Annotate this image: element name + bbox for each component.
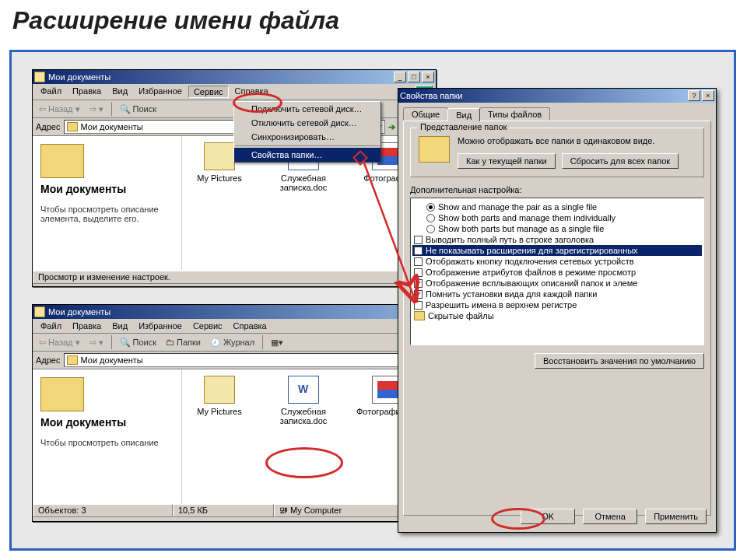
titlebar[interactable]: Мои документы _ □ ×	[33, 70, 436, 84]
menu-item-sync[interactable]: Синхронизировать…	[234, 130, 381, 144]
file-item[interactable]: Служебная записка.doc	[272, 376, 335, 425]
tab-general[interactable]: Общие	[403, 107, 448, 121]
folders-button[interactable]: 🗀 Папки	[163, 336, 204, 348]
status-bar: Просмотр и изменение настроек.	[33, 270, 436, 284]
info-panel: Мои документы Чтобы просмотреть описание…	[33, 136, 182, 270]
menu-help[interactable]: Справка	[229, 320, 272, 331]
status-text: Просмотр и изменение настроек.	[33, 271, 436, 284]
option-label: Отображение всплывающих описаний папок и…	[426, 278, 637, 288]
like-current-button[interactable]: Как у текущей папки	[458, 153, 556, 169]
checkbox-icon[interactable]	[414, 290, 423, 299]
address-value: Мои документы	[81, 122, 143, 131]
status-size: 10,5 КБ	[173, 504, 274, 517]
group-text: Можно отображать все папки в одинаковом …	[458, 136, 696, 145]
folder-icon	[34, 306, 45, 317]
checkbox-icon[interactable]	[414, 236, 423, 244]
option-row[interactable]: Разрешить имена в верхнем регистре	[412, 299, 702, 310]
advanced-label: Дополнительная настройка:	[410, 185, 704, 194]
forward-button[interactable]: ⇨ ▾	[86, 103, 107, 116]
menu-service[interactable]: Сервис	[188, 86, 229, 98]
radio-icon[interactable]	[426, 214, 435, 222]
option-row[interactable]: Show both parts and manage them individu…	[412, 212, 702, 223]
option-label: Отображать кнопку подключения сетевых ус…	[426, 257, 634, 266]
views-button[interactable]: ▦▾	[268, 336, 286, 349]
menu-service[interactable]: Сервис	[188, 320, 227, 331]
folder-icon	[34, 72, 45, 82]
folder-icon[interactable]	[414, 311, 425, 320]
menubar: Файл Правка Вид Избранное Сервис Справка	[33, 84, 436, 100]
checkbox-icon[interactable]	[414, 257, 423, 266]
folder-icon	[204, 142, 235, 170]
menu-edit[interactable]: Правка	[68, 320, 106, 331]
apply-button[interactable]: Применить	[645, 509, 707, 524]
menu-view[interactable]: Вид	[107, 86, 132, 98]
minimize-button[interactable]: _	[394, 72, 406, 82]
reset-all-button[interactable]: Сбросить для всех папок	[562, 153, 679, 169]
option-label: Помнить установки вида для каждой папки	[426, 289, 597, 299]
folder-icon	[204, 376, 235, 404]
checkbox-icon[interactable]	[414, 268, 423, 277]
panel-description: Чтобы просмотреть описание	[40, 438, 174, 447]
address-field[interactable]: Мои документы	[64, 353, 451, 367]
option-label: Show both parts but manage as a single f…	[438, 224, 604, 233]
menu-help[interactable]: Справка	[230, 86, 273, 98]
menu-fav[interactable]: Избранное	[134, 86, 187, 98]
back-button[interactable]: ⇦ Назад ▾	[36, 336, 83, 349]
help-button[interactable]: ?	[688, 90, 700, 101]
checkbox-icon[interactable]	[414, 279, 423, 288]
group-label: Представление папок	[417, 122, 510, 131]
close-button[interactable]: ×	[702, 90, 714, 101]
menu-fav[interactable]: Избранное	[134, 320, 187, 331]
radio-icon[interactable]	[426, 203, 435, 212]
option-row[interactable]: Выводить полный путь в строке заголовка	[412, 234, 702, 245]
menu-file[interactable]: Файл	[36, 320, 66, 331]
tab-view[interactable]: Вид	[447, 108, 480, 121]
folder-icon	[419, 136, 450, 163]
menu-edit[interactable]: Правка	[68, 86, 106, 98]
window-title: Мои документы	[48, 72, 110, 82]
restore-defaults-button[interactable]: Восстановить значения по умолчанию	[535, 353, 704, 369]
folder-large-icon	[40, 377, 84, 411]
journal-button[interactable]: 🕗 Журнал	[207, 336, 258, 349]
option-row[interactable]: Помнить установки вида для каждой папки	[412, 289, 702, 299]
menu-view[interactable]: Вид	[107, 320, 132, 331]
radio-icon[interactable]	[426, 225, 435, 233]
tab-filetypes[interactable]: Типы файлов	[479, 107, 550, 121]
option-row[interactable]: Отображать кнопку подключения сетевых ус…	[412, 256, 702, 267]
search-button[interactable]: 🔍 Поиск	[117, 103, 160, 116]
menu-item-connect[interactable]: Подключить сетевой диск…	[234, 102, 381, 116]
back-button[interactable]: ⇦ Назад ▾	[36, 103, 83, 116]
dialog-title: Свойства папки	[400, 91, 462, 100]
option-row[interactable]: Show both parts but manage as a single f…	[412, 223, 702, 234]
option-row[interactable]: Show and manage the pair as a single fil…	[412, 201, 702, 212]
dialog-titlebar[interactable]: Свойства папки ? ×	[398, 89, 716, 103]
maximize-button[interactable]: □	[408, 72, 420, 82]
search-button[interactable]: 🔍 Поиск	[117, 336, 160, 349]
option-row[interactable]: Отображение всплывающих описаний папок и…	[412, 278, 702, 289]
tab-page-view: Представление папок Можно отображать все…	[403, 121, 711, 516]
window-title: Мои документы	[48, 307, 110, 317]
menu-item-folder-options[interactable]: Свойства папки…	[234, 148, 381, 162]
option-row[interactable]: Скрытые файлы	[412, 310, 702, 321]
checkbox-icon[interactable]	[414, 301, 423, 310]
advanced-settings-list[interactable]: Show and manage the pair as a single fil…	[410, 198, 704, 345]
option-label: Show both parts and manage them individu…	[438, 213, 615, 222]
checkbox-icon[interactable]	[414, 247, 423, 255]
ok-button[interactable]: OK	[521, 509, 575, 524]
option-label: Отображение атрибутов файлов в режиме пр…	[426, 268, 636, 277]
menu-item-disconnect[interactable]: Отключить сетевой диск…	[234, 116, 381, 130]
go-icon[interactable]: ➔	[388, 122, 395, 132]
option-row[interactable]: Отображение атрибутов файлов в режиме пр…	[412, 267, 702, 278]
file-item[interactable]: My Pictures	[188, 376, 251, 416]
address-value: Мои документы	[81, 355, 143, 365]
option-row[interactable]: Не показывать расширения для зарегистрир…	[412, 245, 702, 256]
address-label: Адрес	[36, 122, 61, 131]
cancel-button[interactable]: Отмена	[583, 509, 637, 524]
forward-button[interactable]: ⇨ ▾	[86, 336, 107, 349]
folder-views-group: Представление папок Можно отображать все…	[410, 128, 704, 177]
close-button[interactable]: ×	[422, 72, 434, 82]
menu-file[interactable]: Файл	[36, 86, 66, 98]
tabs: Общие Вид Типы файлов	[398, 103, 716, 121]
folder-large-icon	[40, 144, 84, 178]
folder-icon	[67, 355, 78, 365]
